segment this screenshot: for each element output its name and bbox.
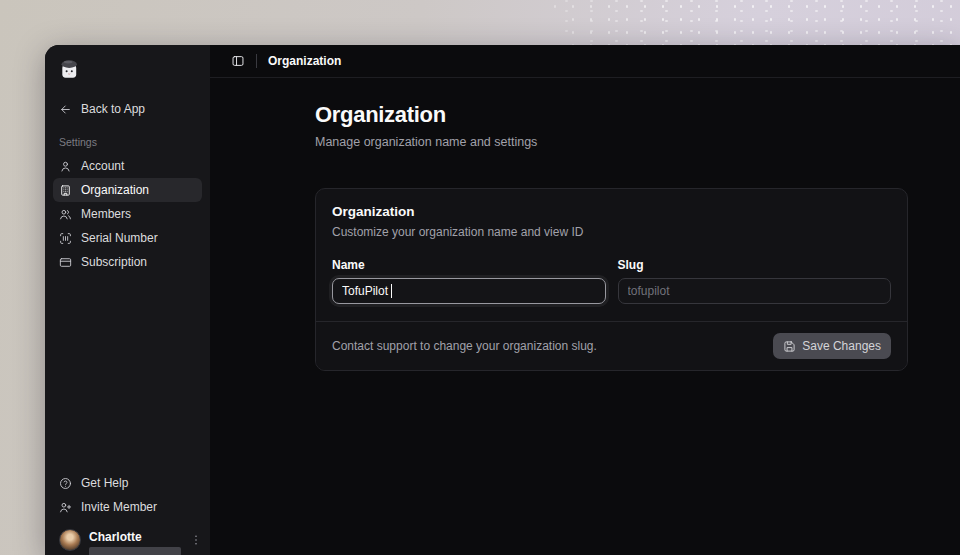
name-label: Name bbox=[332, 258, 606, 272]
sidebar-item-organization[interactable]: Organization bbox=[53, 178, 202, 202]
main-panel: Organization Organization Manage organiz… bbox=[210, 45, 960, 555]
arrow-left-icon bbox=[59, 103, 72, 116]
credit-card-icon bbox=[59, 256, 72, 269]
settings-sidebar: Back to App Settings Account Organizatio… bbox=[45, 45, 210, 555]
card-title: Organization bbox=[332, 204, 891, 219]
scan-barcode-icon bbox=[59, 232, 72, 245]
topbar-divider bbox=[256, 54, 257, 68]
users-icon bbox=[59, 208, 72, 221]
settings-nav: Account Organization Members bbox=[53, 154, 202, 274]
save-icon bbox=[783, 340, 796, 353]
name-field-group: Name bbox=[332, 258, 606, 304]
sidebar-item-account[interactable]: Account bbox=[53, 154, 202, 178]
text-cursor bbox=[391, 284, 392, 298]
settings-section-label: Settings bbox=[59, 136, 202, 148]
help-circle-icon bbox=[59, 477, 72, 490]
user-name: Charlotte bbox=[89, 531, 181, 544]
user-subtext-clipped bbox=[89, 547, 181, 555]
user-plus-icon bbox=[59, 501, 72, 514]
building-icon bbox=[59, 184, 72, 197]
sidebar-item-subscription[interactable]: Subscription bbox=[53, 250, 202, 274]
sidebar-footer: Get Help Invite Member Charlotte bbox=[53, 471, 202, 555]
user-menu-kebab-button[interactable] bbox=[189, 529, 203, 551]
user-icon bbox=[59, 160, 72, 173]
sidebar-item-serial-number[interactable]: Serial Number bbox=[53, 226, 202, 250]
ellipsis-vertical-icon bbox=[189, 533, 203, 547]
card-footer: Contact support to change your organizat… bbox=[316, 321, 907, 370]
slug-field-group: Slug bbox=[618, 258, 892, 304]
organization-card: Organization Customize your organization… bbox=[315, 188, 908, 371]
slug-input[interactable] bbox=[618, 278, 892, 304]
name-input[interactable] bbox=[332, 278, 606, 304]
sidebar-item-members[interactable]: Members bbox=[53, 202, 202, 226]
back-to-app-button[interactable]: Back to App bbox=[53, 98, 202, 120]
save-changes-button[interactable]: Save Changes bbox=[773, 333, 891, 359]
footer-note: Contact support to change your organizat… bbox=[332, 339, 597, 353]
get-help-button[interactable]: Get Help bbox=[53, 471, 202, 495]
invite-member-button[interactable]: Invite Member bbox=[53, 495, 202, 519]
page-subtitle: Manage organization name and settings bbox=[315, 134, 908, 150]
page-content: Organization Manage organization name an… bbox=[210, 78, 960, 371]
user-menu[interactable]: Charlotte bbox=[53, 529, 202, 555]
page-title: Organization bbox=[315, 102, 908, 128]
panel-left-toggle-icon[interactable] bbox=[231, 54, 245, 68]
avatar bbox=[59, 529, 81, 551]
tofupilot-logo-icon bbox=[58, 58, 81, 81]
topbar: Organization bbox=[210, 45, 960, 78]
back-to-app-label: Back to App bbox=[81, 102, 145, 116]
save-changes-label: Save Changes bbox=[802, 339, 881, 353]
card-subtitle: Customize your organization name and vie… bbox=[332, 225, 891, 239]
breadcrumb: Organization bbox=[268, 54, 341, 68]
app-window: Back to App Settings Account Organizatio… bbox=[45, 45, 960, 555]
slug-label: Slug bbox=[618, 258, 892, 272]
